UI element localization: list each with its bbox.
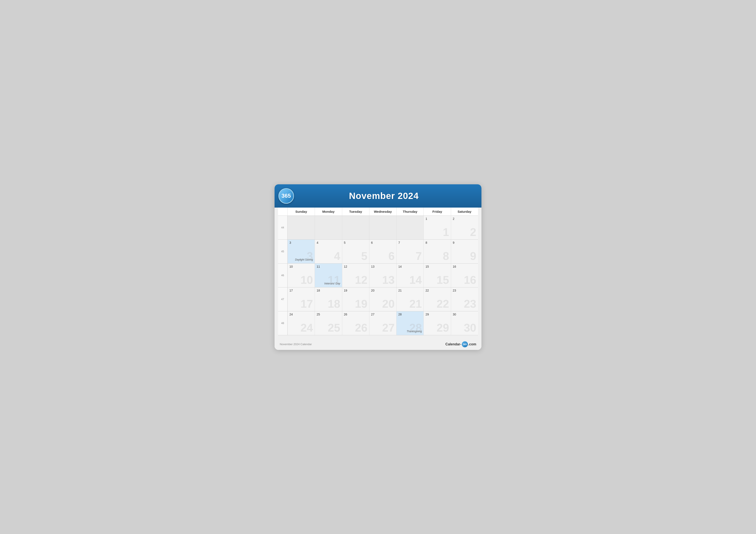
calendar-cell-week3-day1[interactable]: 1818 [315, 288, 342, 311]
calendar-cell-week0-day2[interactable] [342, 216, 369, 240]
calendar-cell-week1-day5[interactable]: 88 [423, 240, 451, 263]
calendar-cell-week4-day5[interactable]: 2929 [423, 311, 451, 335]
day-header-friday: Friday [423, 208, 451, 216]
calendar-container: 365 November 2024 Sunday Monday Tuesday … [275, 184, 481, 350]
cell-date-number: 5 [344, 241, 367, 244]
cell-date-number: 25 [316, 313, 340, 316]
week-row-0: 441122 [278, 216, 478, 240]
cell-date-number: 26 [344, 313, 367, 316]
calendar-cell-week0-day1[interactable] [315, 216, 342, 240]
cell-watermark: 26 [355, 322, 367, 333]
calendar-cell-week3-day3[interactable]: 2020 [369, 288, 396, 311]
week-num-4: 48 [278, 311, 287, 335]
cell-watermark: 18 [328, 298, 340, 309]
cell-watermark: 9 [470, 250, 476, 262]
week-num-1: 45 [278, 240, 287, 263]
cell-watermark: 6 [388, 250, 394, 262]
calendar-cell-week1-day6[interactable]: 99 [451, 240, 478, 263]
calendar-cell-week2-day2[interactable]: 1212 [342, 264, 369, 287]
calendar-cell-week1-day0[interactable]: 33Daylight Saving [287, 240, 315, 263]
calendar-cell-week4-day3[interactable]: 2727 [369, 311, 396, 335]
calendar-title: November 2024 [294, 191, 474, 201]
calendar-cell-week0-day0[interactable] [287, 216, 315, 240]
cell-watermark: 19 [355, 298, 367, 309]
week-num-2: 46 [278, 264, 287, 287]
cell-date-number: 28 [398, 313, 422, 316]
calendar-cell-week0-day6[interactable]: 22 [451, 216, 478, 240]
cell-watermark: 10 [300, 274, 313, 286]
calendar-cell-week2-day0[interactable]: 1010 [287, 264, 315, 287]
calendar-cell-week0-day4[interactable] [396, 216, 423, 240]
cell-date-number: 15 [425, 265, 449, 268]
day-header-monday: Monday [315, 208, 342, 216]
cell-date-number: 11 [316, 265, 340, 268]
week-row-3: 471717181819192020212122222323 [278, 288, 478, 311]
calendar-cell-week4-day4[interactable]: 2828Thanksgiving [396, 311, 423, 335]
cell-watermark: 16 [464, 274, 476, 286]
calendar-cell-week1-day4[interactable]: 77 [396, 240, 423, 263]
cell-date-number: 8 [425, 241, 449, 244]
cell-watermark: 7 [416, 250, 422, 262]
day-header-wednesday: Wednesday [369, 208, 396, 216]
footer-brand-text-before: Calendar- [446, 343, 461, 346]
cell-date-number: 30 [453, 313, 476, 316]
cell-date-number: 19 [344, 289, 367, 292]
week-row-4: 4824242525262627272828Thanksgiving292930… [278, 311, 478, 335]
cell-event-label: Daylight Saving [289, 258, 313, 262]
calendar-cell-week2-day5[interactable]: 1515 [423, 264, 451, 287]
week-num-0: 44 [278, 216, 287, 240]
cell-date-number: 14 [398, 265, 422, 268]
calendar-cell-week1-day1[interactable]: 44 [315, 240, 342, 263]
day-header-thursday: Thursday [396, 208, 423, 216]
calendar-cell-week2-day4[interactable]: 1414 [396, 264, 423, 287]
week-num-header-spacer [278, 208, 287, 216]
cell-watermark: 12 [355, 274, 367, 286]
week-num-3: 47 [278, 288, 287, 311]
cell-date-number: 9 [453, 241, 476, 244]
cell-event-label: Veterans' Day [316, 282, 340, 286]
calendar-cell-week3-day4[interactable]: 2121 [396, 288, 423, 311]
cell-date-number: 21 [398, 289, 422, 292]
footer-brand-text-after: .com [468, 343, 476, 346]
cell-watermark: 2 [470, 226, 476, 238]
cell-date-number: 20 [371, 289, 394, 292]
day-header-tuesday: Tuesday [342, 208, 369, 216]
cell-date-number: 7 [398, 241, 422, 244]
day-headers-row: Sunday Monday Tuesday Wednesday Thursday… [278, 208, 478, 216]
cell-watermark: 30 [464, 322, 476, 333]
calendar-cell-week3-day2[interactable]: 1919 [342, 288, 369, 311]
calendar-cell-week3-day5[interactable]: 2222 [423, 288, 451, 311]
calendar-cell-week3-day6[interactable]: 2323 [451, 288, 478, 311]
calendar-cell-week3-day0[interactable]: 1717 [287, 288, 315, 311]
cell-watermark: 15 [437, 274, 449, 286]
cell-date-number: 2 [453, 217, 476, 220]
calendar-cell-week4-day6[interactable]: 3030 [451, 311, 478, 335]
calendar-cell-week2-day6[interactable]: 1616 [451, 264, 478, 287]
calendar-cell-week4-day1[interactable]: 2525 [315, 311, 342, 335]
calendar-cell-week0-day3[interactable] [369, 216, 396, 240]
cell-watermark: 4 [334, 250, 340, 262]
calendar-cell-week0-day5[interactable]: 11 [423, 216, 451, 240]
calendar-cell-week4-day2[interactable]: 2626 [342, 311, 369, 335]
cell-date-number: 24 [289, 313, 313, 316]
calendar-body: Sunday Monday Tuesday Wednesday Thursday… [275, 208, 481, 339]
cell-event-label: Thanksgiving [398, 330, 422, 334]
cell-watermark: 13 [382, 274, 394, 286]
cell-watermark: 25 [328, 322, 340, 333]
calendar-cell-week1-day3[interactable]: 66 [369, 240, 396, 263]
calendar-cell-week2-day3[interactable]: 1313 [369, 264, 396, 287]
cell-date-number: 16 [453, 265, 476, 268]
cell-date-number: 10 [289, 265, 313, 268]
cell-date-number: 27 [371, 313, 394, 316]
calendar-cell-week2-day1[interactable]: 1111Veterans' Day [315, 264, 342, 287]
cell-date-number: 3 [289, 241, 313, 244]
week-row-1: 4533Daylight Saving445566778899 [278, 240, 478, 264]
calendar-cell-week1-day2[interactable]: 55 [342, 240, 369, 263]
calendar-cell-week4-day0[interactable]: 2424 [287, 311, 315, 335]
cell-date-number: 1 [425, 217, 449, 220]
cell-date-number: 18 [316, 289, 340, 292]
calendar-footer: November 2024 Calendar Calendar- 365 .co… [275, 339, 481, 350]
cell-watermark: 17 [300, 298, 313, 309]
calendar-grid: 4411224533Daylight Saving445566778899461… [278, 216, 478, 335]
footer-logo-circle: 365 [462, 341, 468, 347]
